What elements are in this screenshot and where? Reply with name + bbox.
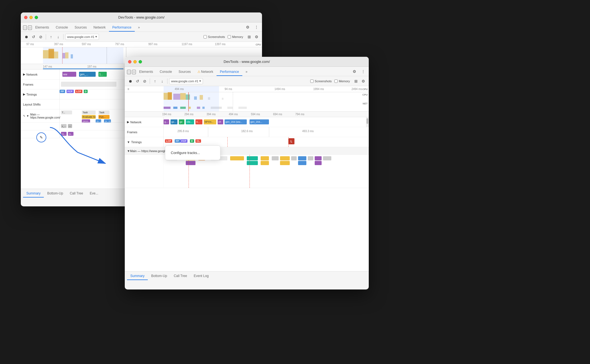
arrow-right-icon-network-bg: ▶ <box>23 73 25 76</box>
timings-text-fg: Timings <box>131 140 142 144</box>
pencil-icon-main-bg: ✎ <box>23 114 25 117</box>
arrow-right-icon-timings-bg: ▶ <box>23 93 25 96</box>
maximize-button-bg[interactable] <box>35 16 38 19</box>
configure-tracks-item[interactable]: Configure tracks... <box>165 148 220 158</box>
perf-settings-bg[interactable]: ⚙ <box>253 34 260 40</box>
memory-checkbox-bg[interactable]: Memory <box>228 35 243 39</box>
tab-sources-bg[interactable]: Sources <box>71 24 90 32</box>
tab-more-fg[interactable]: » <box>242 68 251 76</box>
fp-badge-bg: FP <box>60 90 65 93</box>
l-badge-fg: L <box>288 138 294 144</box>
arrow-down-icon-timings-fg: ▼ <box>127 140 130 144</box>
anon-bg: (anon...ous) <box>82 119 90 122</box>
timeline-scroll-handle-bg[interactable] <box>43 68 123 69</box>
perf-settings-fg[interactable]: ⚙ <box>360 78 367 84</box>
tab-performance-fg[interactable]: Performance <box>217 68 242 76</box>
timings-label-fg: ▼ Timings <box>125 137 164 147</box>
pause-icon-fg: ⏸ <box>127 88 130 91</box>
frames-content-fg: 295.8 ms 182.6 ms 493.3 ms <box>164 127 369 137</box>
summary-tab-bg[interactable]: Summary <box>23 190 44 198</box>
arrow-down-icon-main-bg: ▼ <box>26 114 29 117</box>
main-blue-2-fg <box>298 161 306 165</box>
close-button-fg[interactable] <box>128 60 131 63</box>
clear-btn-bg[interactable]: ⊘ <box>37 34 44 40</box>
tab-sources-fg[interactable]: Sources <box>175 68 194 76</box>
bottom-up-tab-bg[interactable]: Bottom-Up <box>44 190 66 198</box>
tab-more-bg[interactable]: » <box>135 24 143 32</box>
event-log-tab-bg[interactable]: Eve... <box>87 190 102 198</box>
screenshots-input-fg[interactable] <box>310 80 314 83</box>
inspect-icon-bg[interactable]: ⬚ <box>23 25 27 30</box>
window-title-bg: DevTools - www.google.com/ <box>118 15 165 19</box>
red-line-1-fg <box>227 137 228 147</box>
frames-val-1: 295.8 ms <box>177 130 189 133</box>
cpu-label-ruler-fg: CPU <box>362 88 368 91</box>
call-tree-tab-fg[interactable]: Call Tree <box>171 272 190 280</box>
upload-btn-fg[interactable]: ↑ <box>152 78 158 84</box>
cpu-label-ruler-bg: CPU <box>256 43 261 46</box>
tab-performance-bg[interactable]: Performance <box>109 24 135 32</box>
lcp-badge-fg: LCP <box>165 139 172 143</box>
net-g-fg: g... <box>164 119 169 124</box>
tab-network-fg[interactable]: ⚠ Network <box>194 68 217 76</box>
summary-tab-fg[interactable]: Summary <box>127 272 148 280</box>
record-btn-bg[interactable]: ⏺ <box>23 34 30 40</box>
screenshots-checkbox-bg[interactable]: Screenshots <box>204 35 225 39</box>
memory-input-fg[interactable] <box>334 80 338 83</box>
main-yellow-2-fg <box>261 156 269 160</box>
tab-console-bg[interactable]: Console <box>52 24 71 32</box>
bottom-up-tab-fg[interactable]: Bottom-Up <box>148 272 170 280</box>
red-main-line-2-fg <box>250 155 250 188</box>
tab-console-fg[interactable]: Console <box>156 68 175 76</box>
url-select-fg[interactable]: www.google.com #1 ▾ <box>169 78 203 84</box>
memory-checkbox-fg[interactable]: Memory <box>334 80 350 83</box>
screenshots-input-bg[interactable] <box>204 35 207 39</box>
minimize-button-fg[interactable] <box>133 60 137 63</box>
pencil-edit-icon: ✎ <box>40 135 43 140</box>
memory-input-bg[interactable] <box>228 35 231 39</box>
svg-rect-27 <box>227 107 233 109</box>
close-button-bg[interactable] <box>24 16 27 19</box>
edit-circle-annotation: ✎ <box>36 132 46 142</box>
l-badge-text: L <box>291 140 292 143</box>
clear-btn-fg[interactable]: ⊘ <box>141 78 148 84</box>
minimize-button-bg[interactable] <box>29 16 33 19</box>
tab-elements-fg[interactable]: Elements <box>136 68 156 76</box>
device-icon-fg[interactable]: □ <box>132 70 136 74</box>
upload-btn-bg[interactable]: ↑ <box>48 34 54 40</box>
svg-rect-17 <box>222 98 223 100</box>
scrollbar-bg-fg <box>366 117 369 127</box>
network-tab-text-fg: Network <box>201 70 213 74</box>
more-btn-fg[interactable]: ⋮ <box>360 68 367 75</box>
anon-b-bg: (a...s) <box>104 119 111 122</box>
inspect-icon-fg[interactable]: ⬚ <box>127 70 131 74</box>
red-line-2-fg <box>288 137 289 147</box>
network-throttle-bg[interactable]: ⊞ <box>246 34 253 40</box>
settings-btn-fg[interactable]: ⚙ <box>351 68 358 75</box>
arrow-down-icon-main-fg: ▼ <box>127 149 130 153</box>
event-log-tab-fg[interactable]: Event Log <box>190 272 212 280</box>
time-394: 394 ms <box>207 113 216 116</box>
s-block-bg: s_... <box>61 124 67 128</box>
download-btn-bg[interactable]: ↓ <box>55 34 62 40</box>
network-label-fg: ▶ Network <box>125 117 164 127</box>
maximize-button-fg[interactable] <box>139 60 142 63</box>
tab-elements-bg[interactable]: Elements <box>32 24 52 32</box>
title-bar-bg: DevTools - www.google.com/ <box>21 12 262 22</box>
url-select-bg[interactable]: www.google.com #1 ▾ <box>65 34 99 40</box>
download-btn-fg[interactable]: ↓ <box>159 78 166 84</box>
tab-network-bg[interactable]: Network <box>90 24 109 32</box>
record-btn-fg[interactable]: ⏺ <box>127 78 134 84</box>
call-tree-tab-bg[interactable]: Call Tree <box>67 190 87 198</box>
scrollbar-thumb-fg[interactable] <box>367 118 368 124</box>
more-btn-bg[interactable]: ⋮ <box>253 24 260 30</box>
network-throttle-fg[interactable]: ⊞ <box>353 78 359 84</box>
eval-script-bg: Evaluate Script <box>82 115 96 119</box>
refresh-btn-fg[interactable]: ↺ <box>134 78 141 84</box>
main-purple-1-fg <box>315 156 322 160</box>
refresh-btn-bg[interactable]: ↺ <box>30 34 37 40</box>
screenshots-checkbox-fg[interactable]: Screenshots <box>310 80 332 83</box>
settings-btn-bg[interactable]: ⚙ <box>244 24 251 30</box>
device-icon-bg[interactable]: □ <box>28 25 32 30</box>
ruler-1494: 1494 ms <box>274 88 285 91</box>
